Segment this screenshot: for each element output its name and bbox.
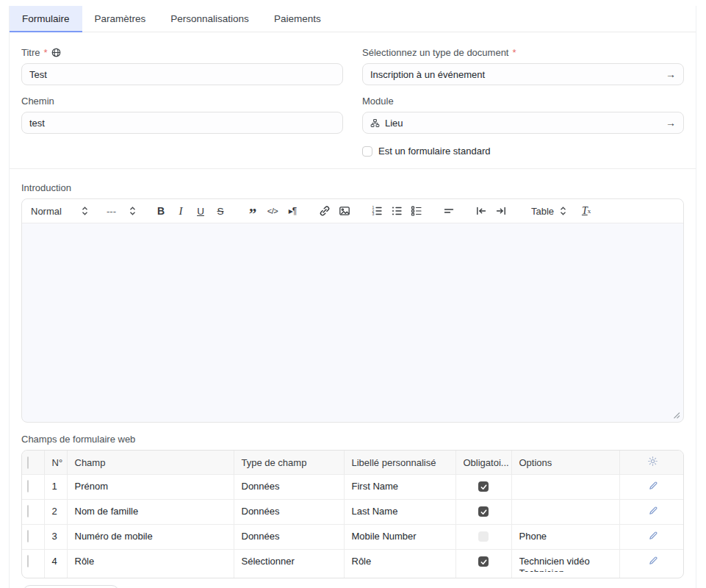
- required-checkbox[interactable]: [478, 481, 489, 492]
- arrow-right-icon[interactable]: →: [666, 117, 676, 129]
- table-row[interactable]: 4 Rôle Sélectionner Rôle Technicien vidé…: [22, 550, 684, 578]
- table-dropdown[interactable]: Table: [531, 206, 566, 217]
- bullet-list-button[interactable]: [389, 203, 404, 219]
- italic-button[interactable]: I: [173, 203, 188, 219]
- title-label: Titre: [21, 47, 40, 58]
- cell-options[interactable]: Phone: [511, 525, 619, 550]
- cell-options[interactable]: [511, 500, 619, 525]
- tab-paiements[interactable]: Paiements: [262, 6, 334, 32]
- required-asterisk: *: [44, 47, 48, 58]
- standard-form-checkbox[interactable]: [362, 146, 372, 157]
- webform-builder: Formulaire Paramètres Personnalisations …: [9, 6, 696, 588]
- cell-type[interactable]: Données: [234, 475, 344, 500]
- code-button[interactable]: </>: [265, 203, 280, 219]
- tab-personnalisations[interactable]: Personnalisations: [158, 6, 262, 32]
- editor-content-area[interactable]: [22, 223, 683, 422]
- cell-options[interactable]: [511, 475, 619, 500]
- column-header-options: Options: [511, 451, 619, 475]
- paragraph-style-dropdown[interactable]: Normal: [31, 206, 88, 217]
- tab-bar: Formulaire Paramètres Personnalisations …: [10, 6, 696, 32]
- image-button[interactable]: [337, 203, 352, 219]
- globe-icon: [51, 48, 61, 57]
- required-asterisk: *: [512, 47, 516, 58]
- row-checkbox[interactable]: [27, 555, 29, 567]
- row-checkbox[interactable]: [27, 480, 29, 492]
- row-number: 2: [44, 500, 67, 525]
- rich-text-editor: Normal --- B I U S ” </> ▸¶: [21, 198, 684, 423]
- doctype-label: Sélectionnez un type de document: [362, 47, 508, 58]
- fields-table: N° Champ Type de champ Libellé personnal…: [21, 450, 684, 578]
- cell-field[interactable]: Rôle: [67, 550, 234, 578]
- table-row[interactable]: 2 Nom de famille Données Last Name: [22, 500, 684, 525]
- edit-pencil-icon[interactable]: [648, 556, 658, 566]
- svg-text:3: 3: [372, 212, 375, 216]
- align-button[interactable]: [442, 203, 456, 219]
- cell-custom-label[interactable]: Rôle: [344, 550, 455, 578]
- gear-icon[interactable]: [647, 456, 658, 467]
- edit-pencil-icon[interactable]: [648, 481, 658, 491]
- add-row-button[interactable]: Ajouter une ligne: [23, 585, 119, 588]
- field-path: Chemin test: [21, 96, 343, 134]
- tab-formulaire[interactable]: Formulaire: [10, 6, 82, 32]
- required-checkbox[interactable]: [478, 506, 489, 517]
- checklist-button[interactable]: [409, 203, 424, 219]
- cell-field[interactable]: Nom de famille: [67, 500, 234, 525]
- form-section: Titre * Test Chemin test: [10, 32, 696, 168]
- column-header-type: Type de champ: [234, 451, 344, 475]
- standard-form-checkbox-row: Est un formulaire standard: [362, 146, 684, 157]
- ordered-list-button[interactable]: 1 2 3: [370, 203, 384, 219]
- table-header-row: N° Champ Type de champ Libellé personnal…: [22, 451, 684, 475]
- module-label: Module: [362, 96, 394, 107]
- horizontal-rule-dropdown[interactable]: ---: [107, 206, 136, 217]
- resize-handle-icon[interactable]: [673, 412, 680, 419]
- indent-button[interactable]: [494, 203, 508, 219]
- cell-custom-label[interactable]: Mobile Number: [344, 525, 455, 550]
- underline-button[interactable]: U: [193, 203, 208, 219]
- column-header-no: N°: [44, 451, 67, 475]
- paragraph-direction-button[interactable]: ▸¶: [285, 203, 300, 219]
- cell-type[interactable]: Données: [234, 525, 344, 550]
- row-checkbox[interactable]: [27, 530, 29, 542]
- path-input[interactable]: test: [21, 112, 343, 134]
- required-checkbox[interactable]: [478, 556, 489, 567]
- cell-field[interactable]: Prénom: [67, 475, 234, 500]
- title-input[interactable]: Test: [21, 63, 343, 85]
- sitemap-icon: [370, 118, 380, 128]
- cell-field[interactable]: Numéro de mobile: [67, 525, 234, 550]
- table-row[interactable]: 1 Prénom Données First Name: [22, 475, 684, 500]
- field-doctype: Sélectionnez un type de document * Inscr…: [362, 47, 684, 85]
- link-button[interactable]: [317, 203, 332, 219]
- module-link-input[interactable]: Lieu →: [362, 112, 684, 134]
- outdent-button[interactable]: [474, 203, 489, 219]
- cell-options[interactable]: Technicien vidéo Technicien: [511, 550, 619, 578]
- cell-type[interactable]: Sélectionner: [234, 550, 344, 578]
- bold-button[interactable]: B: [154, 203, 168, 219]
- editor-toolbar: Normal --- B I U S ” </> ▸¶: [22, 199, 683, 223]
- row-checkbox[interactable]: [27, 505, 29, 517]
- field-module: Module Lieu → E: [362, 96, 684, 157]
- column-header-custom-label: Libellé personnalisé: [344, 451, 455, 475]
- clear-formatting-button[interactable]: Tx: [579, 203, 594, 219]
- chevron-up-down-icon: [82, 207, 88, 215]
- doctype-link-input[interactable]: Inscription à un événement →: [362, 63, 684, 85]
- strikethrough-button[interactable]: S: [213, 203, 228, 219]
- cell-custom-label[interactable]: Last Name: [344, 500, 455, 525]
- row-number: 1: [44, 475, 67, 500]
- table-row[interactable]: 3 Numéro de mobile Données Mobile Number…: [22, 525, 684, 550]
- edit-pencil-icon[interactable]: [648, 531, 658, 541]
- fields-table-label: Champs de formulaire web: [21, 434, 684, 445]
- form-column-right: Sélectionnez un type de document * Inscr…: [362, 47, 684, 157]
- introduction-label: Introduction: [21, 182, 684, 193]
- chevron-up-down-icon: [560, 207, 566, 215]
- blockquote-button[interactable]: ”: [245, 203, 260, 219]
- tab-parametres[interactable]: Paramètres: [82, 6, 159, 32]
- row-number: 4: [44, 550, 67, 578]
- edit-pencil-icon[interactable]: [648, 506, 658, 516]
- form-column-left: Titre * Test Chemin test: [21, 47, 343, 157]
- row-number: 3: [44, 525, 67, 550]
- select-all-checkbox[interactable]: [27, 456, 29, 469]
- required-checkbox[interactable]: [478, 531, 489, 542]
- cell-type[interactable]: Données: [234, 500, 344, 525]
- cell-custom-label[interactable]: First Name: [344, 475, 455, 500]
- arrow-right-icon[interactable]: →: [666, 68, 676, 80]
